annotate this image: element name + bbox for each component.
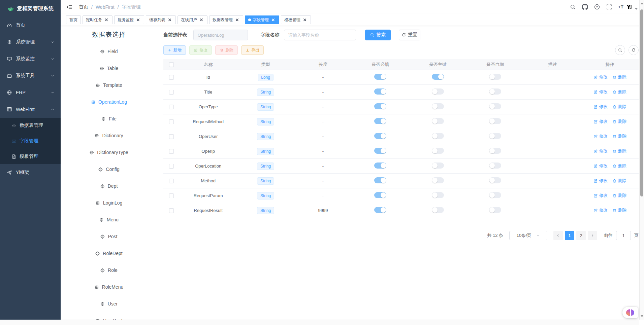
vertical-scrollbar-thumb[interactable]: [640, 9, 643, 196]
tree-item[interactable]: Template: [61, 77, 157, 94]
field-name-input[interactable]: [284, 30, 356, 40]
search-icon[interactable]: [570, 4, 576, 10]
tree-item[interactable]: User: [61, 295, 157, 312]
row-edit-link[interactable]: 修改: [593, 74, 608, 80]
fontsize-icon[interactable]: [618, 4, 624, 10]
next-page-button[interactable]: [588, 231, 597, 240]
goto-page-input[interactable]: [616, 231, 631, 240]
row-delete-link[interactable]: 删除: [612, 193, 626, 198]
row-delete-link[interactable]: 删除: [612, 74, 626, 80]
tree-item[interactable]: RoleMenu: [61, 279, 157, 295]
search-button[interactable]: 搜索: [365, 30, 391, 40]
primary-key-toggle[interactable]: [432, 103, 444, 109]
auto-increment-toggle[interactable]: [489, 192, 501, 198]
row-checkbox[interactable]: [169, 119, 174, 124]
row-edit-link[interactable]: 修改: [593, 119, 608, 124]
auto-increment-toggle[interactable]: [489, 207, 501, 213]
tree-item[interactable]: Config: [61, 161, 157, 178]
row-edit-link[interactable]: 修改: [593, 178, 608, 184]
auto-increment-toggle[interactable]: [489, 162, 501, 169]
required-toggle[interactable]: [374, 133, 386, 139]
row-checkbox[interactable]: [169, 164, 174, 169]
reset-button[interactable]: 重置: [399, 30, 420, 40]
tab[interactable]: 在线用户: [178, 15, 207, 24]
required-toggle[interactable]: [374, 162, 386, 169]
export-button[interactable]: 导出: [241, 45, 264, 55]
tab[interactable]: 字段管理: [245, 15, 279, 24]
primary-key-toggle[interactable]: [432, 162, 444, 169]
select-all-checkbox[interactable]: [169, 62, 174, 67]
close-icon[interactable]: [270, 17, 276, 23]
row-checkbox[interactable]: [169, 193, 174, 198]
fullscreen-icon[interactable]: [606, 4, 612, 10]
close-icon[interactable]: [234, 17, 240, 23]
required-toggle[interactable]: [374, 118, 386, 124]
sidebar-item[interactable]: 首页: [0, 17, 61, 34]
sidebar-fold-icon[interactable]: [66, 3, 73, 11]
tab[interactable]: 服务监控: [114, 15, 144, 24]
required-toggle[interactable]: [374, 177, 386, 183]
tree-item[interactable]: Dictionary: [61, 127, 157, 144]
edit-button[interactable]: 修改: [189, 45, 212, 55]
page-number-button[interactable]: 1: [565, 231, 574, 240]
prev-page-button[interactable]: [553, 231, 563, 240]
tree-item[interactable]: LoginLog: [61, 194, 157, 211]
auto-increment-toggle[interactable]: [489, 118, 501, 124]
sidebar-item[interactable]: 系统管理: [0, 34, 61, 50]
yj-logo-icon[interactable]: [626, 4, 632, 10]
sidebar-subitem[interactable]: 字段管理: [0, 133, 61, 149]
required-toggle[interactable]: [374, 192, 386, 198]
tree-item[interactable]: Table: [61, 60, 157, 77]
page-size-select[interactable]: 10条/页: [509, 231, 547, 240]
tree-item[interactable]: UserPost: [61, 312, 157, 320]
row-checkbox[interactable]: [169, 149, 174, 154]
breadcrumb-item[interactable]: / WebFirst: [88, 4, 115, 10]
row-delete-link[interactable]: 删除: [612, 134, 626, 139]
close-icon[interactable]: [104, 17, 109, 23]
add-button[interactable]: 新增: [163, 45, 186, 55]
primary-key-toggle[interactable]: [432, 192, 444, 198]
sidebar-item[interactable]: ERP: [0, 84, 61, 101]
github-icon[interactable]: [582, 4, 588, 10]
primary-key-toggle[interactable]: [432, 118, 444, 124]
scroll-up-arrow-icon[interactable]: [641, 2, 643, 4]
row-delete-link[interactable]: 删除: [612, 119, 626, 124]
row-delete-link[interactable]: 删除: [612, 89, 626, 95]
row-checkbox[interactable]: [169, 105, 174, 109]
row-checkbox[interactable]: [169, 134, 174, 139]
tab[interactable]: 数据表管理: [209, 15, 243, 24]
auto-increment-toggle[interactable]: [489, 148, 501, 154]
required-toggle[interactable]: [374, 88, 386, 95]
row-checkbox[interactable]: [169, 75, 174, 80]
auto-increment-toggle[interactable]: [489, 88, 501, 95]
sidebar-subitem[interactable]: 模板管理: [0, 149, 61, 164]
auto-increment-toggle[interactable]: [489, 74, 501, 80]
auto-increment-toggle[interactable]: [489, 133, 501, 139]
tree-item[interactable]: DictionaryType: [61, 144, 157, 161]
row-edit-link[interactable]: 修改: [593, 193, 608, 198]
required-toggle[interactable]: [374, 148, 386, 154]
question-icon[interactable]: [594, 4, 600, 10]
sidebar-item[interactable]: 系统工具: [0, 67, 61, 84]
horizontal-scrollbar[interactable]: [0, 320, 639, 325]
row-edit-link[interactable]: 修改: [593, 208, 608, 213]
sidebar-item[interactable]: 系统监控: [0, 50, 61, 67]
row-checkbox[interactable]: [169, 208, 174, 213]
primary-key-toggle[interactable]: [432, 74, 444, 80]
required-toggle[interactable]: [374, 207, 386, 213]
close-icon[interactable]: [167, 17, 172, 23]
row-edit-link[interactable]: 修改: [593, 104, 608, 110]
row-checkbox[interactable]: [169, 179, 174, 183]
refresh-table-button[interactable]: [629, 45, 639, 55]
row-delete-link[interactable]: 删除: [612, 208, 626, 213]
assistant-widget[interactable]: [622, 307, 638, 318]
auto-increment-toggle[interactable]: [489, 103, 501, 109]
scroll-down-arrow-icon[interactable]: [641, 315, 643, 317]
sidebar-item[interactable]: Yi框架: [0, 164, 61, 181]
tree-item[interactable]: Menu: [61, 211, 157, 228]
row-edit-link[interactable]: 修改: [593, 134, 608, 139]
tree-item[interactable]: File: [61, 110, 157, 127]
row-delete-link[interactable]: 删除: [612, 163, 626, 169]
primary-key-toggle[interactable]: [432, 177, 444, 183]
row-delete-link[interactable]: 删除: [612, 148, 626, 154]
